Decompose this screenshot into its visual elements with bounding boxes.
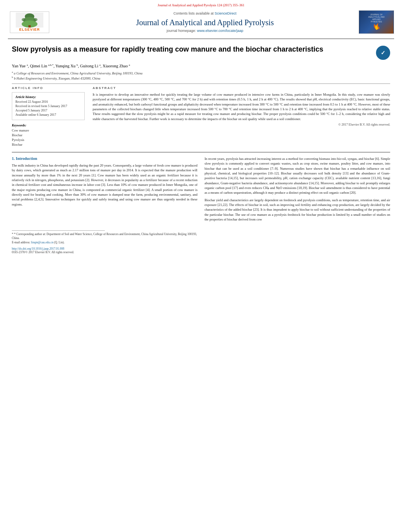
elsevier-tree-icon [16, 13, 43, 28]
svg-point-5 [22, 18, 26, 21]
keyword-3: Pyrolysis [12, 138, 85, 142]
author-xiaorong-zhao: Xiaorong Zhao a [102, 64, 130, 68]
abstract-col: ABSTRACT It is imperative to develop an … [93, 86, 390, 147]
available-date: Available online 6 January 2017 [15, 113, 81, 117]
flame-icon [368, 23, 384, 31]
title-section: Slow pyrolysis as a measure for rapidly … [12, 43, 390, 60]
body-left-para1: The milk industry in China has developed… [12, 163, 197, 207]
author-yan-yue: Yan Yue a, [12, 64, 30, 68]
elsevier-wordmark: ELSEVIER [19, 28, 40, 32]
journal-title: Journal of Analytical and Applied Pyroly… [51, 18, 359, 27]
svg-text:✓: ✓ [381, 50, 385, 56]
article-info-col: ARTICLE INFO Article history: Received 2… [12, 86, 85, 147]
footnote-email-suffix: (Q. Lin). [54, 241, 64, 244]
footnote-email-label: E-mail address: [12, 241, 30, 244]
author-guitong-li: Guitong Li a, [80, 64, 102, 68]
article-history-label: Article history: [15, 95, 81, 99]
section1-title: Introduction [16, 156, 37, 161]
journal-citation-bar: Journal of Analytical and Applied Pyroly… [8, 3, 394, 7]
header-content: ELSEVIER Contents lists available at Sci… [8, 9, 394, 35]
article-section-divider [12, 83, 390, 84]
contents-line: Contents lists available at ScienceDirec… [51, 11, 359, 15]
accepted-date: Accepted 5 January 2017 [15, 109, 81, 112]
citation-text: Journal of Analytical and Applied Pyroly… [158, 3, 244, 7]
article-info-label: ARTICLE INFO [12, 86, 85, 90]
body-left-col: 1. Introduction The milk industry in Chi… [12, 156, 197, 254]
section1-number: 1. [12, 156, 16, 161]
contents-label: Contents lists available at [173, 11, 214, 15]
issn-line: 0165-2370/© 2017 Elsevier B.V. All right… [12, 250, 197, 254]
abstract-text: It is imperative to develop an innovativ… [93, 92, 390, 121]
keywords-label: Keywords: [12, 123, 85, 127]
crossmark-svg: ✓ [378, 47, 389, 58]
keyword-4: Biochar [12, 143, 85, 146]
journal-logo-text: JOURNAL OFANALYTICAL ANDAPPLIEDPYROLYSIS [368, 13, 385, 23]
section1-heading: 1. Introduction [12, 156, 197, 161]
affil-b: b b Hubei Engineering University, Xiaoga… [12, 76, 390, 80]
doi-line[interactable]: http://dx.doi.org/10.1016/j.jaap.2017.01… [12, 247, 197, 250]
homepage-line: journal homepage: www.elsevier.com/locat… [51, 29, 359, 33]
body-right-para2: Biochar yield and characteristics are la… [205, 198, 390, 222]
footnote-email-link[interactable]: linqm@cau.edu.cn [31, 241, 53, 244]
homepage-url[interactable]: www.elsevier.com/locate/jaap [197, 29, 244, 33]
footnote-corresponding: * * Corresponding author at: Department … [12, 232, 197, 241]
article-info-abstract-section: ARTICLE INFO Article history: Received 2… [12, 86, 390, 147]
main-content-divider [12, 152, 390, 152]
author-qimei-lin: Qimei Lin a,b,*, [30, 64, 56, 68]
footnote-area: * * Corresponding author at: Department … [12, 230, 197, 254]
authors-line: Yan Yue a, Qimei Lin a,b,*, Yunqing Xu b… [12, 63, 390, 68]
affil-a: a a College of Resources and Environment… [12, 70, 390, 75]
crossmark-button[interactable]: ✓ [376, 46, 390, 60]
keywords-box: Keywords: Cow manure Biochar Pyrolysis B… [12, 123, 85, 146]
article-area: Slow pyrolysis as a measure for rapidly … [0, 39, 402, 258]
article-title: Slow pyrolysis as a measure for rapidly … [12, 45, 372, 54]
body-right-para1: In recent years, pyrolysis has attracted… [205, 156, 390, 195]
footnote-email-line: E-mail address: linqm@cau.edu.cn (Q. Lin… [12, 241, 197, 245]
keyword-1: Cow manure [12, 128, 85, 132]
header-center: Contents lists available at ScienceDirec… [51, 11, 359, 33]
elsevier-logo-image: ELSEVIER [10, 11, 49, 33]
affiliations: a a College of Resources and Environment… [12, 70, 390, 81]
journal-header: Journal of Analytical and Applied Pyroly… [0, 0, 402, 35]
keyword-2: Biochar [12, 133, 85, 137]
author-yunqing-xu: Yunqing Xu b, [56, 64, 80, 68]
footnote-corresponding-text: * Corresponding author at: Department of… [12, 232, 197, 240]
body-section: 1. Introduction The milk industry in Chi… [12, 156, 390, 254]
journal-right-logo-inner: JOURNAL OFANALYTICAL ANDAPPLIEDPYROLYSIS [360, 11, 393, 33]
page: Journal of Analytical and Applied Pyroly… [0, 0, 402, 532]
received-revised: Received in revised form 5 January 2017 [15, 104, 81, 108]
svg-point-6 [34, 18, 37, 21]
homepage-label: journal homepage: [167, 29, 196, 33]
footnote-divider [12, 230, 105, 231]
received-date: Received 22 August 2016 [15, 100, 81, 104]
journal-right-logo: JOURNAL OFANALYTICAL ANDAPPLIEDPYROLYSIS [359, 10, 394, 34]
sciencedirect-link[interactable]: ScienceDirect [215, 11, 237, 15]
abstract-label: ABSTRACT [93, 86, 390, 90]
elsevier-logo: ELSEVIER [8, 10, 51, 34]
body-right-col: In recent years, pyrolysis has attracted… [205, 156, 390, 254]
crossmark-circle: ✓ [376, 46, 390, 60]
article-info-box: Article history: Received 22 August 2016… [12, 92, 85, 120]
copyright-line: © 2017 Elsevier B.V. All rights reserved… [93, 123, 390, 126]
